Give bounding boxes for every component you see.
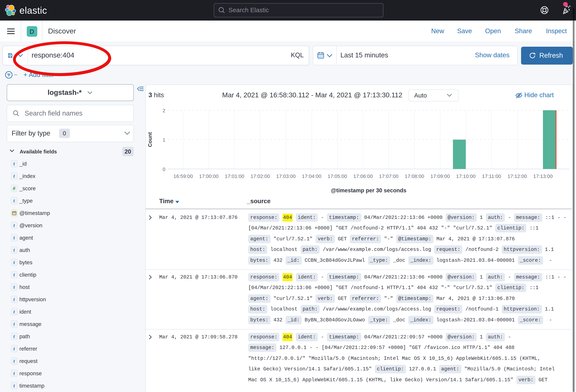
svg-text:17:05:00: 17:05:00 <box>328 173 347 179</box>
svg-text:17:08:00: 17:08:00 <box>405 173 424 179</box>
svg-text:17:06:00: 17:06:00 <box>353 173 373 179</box>
svg-text:17:02:00: 17:02:00 <box>251 173 270 179</box>
svg-text:17:10:00: 17:10:00 <box>456 173 476 179</box>
svg-text:17:12:00: 17:12:00 <box>508 173 527 179</box>
svg-text:17:01:00: 17:01:00 <box>225 173 244 179</box>
svg-text:17:11:00: 17:11:00 <box>482 173 501 179</box>
svg-text:17:00:00: 17:00:00 <box>199 173 219 179</box>
svg-text:Count: Count <box>147 132 153 147</box>
svg-text:17:03:00: 17:03:00 <box>276 173 296 179</box>
svg-text:17:04:00: 17:04:00 <box>302 173 321 179</box>
svg-text:17:13:00: 17:13:00 <box>533 173 553 179</box>
svg-text:17:09:00: 17:09:00 <box>431 173 450 179</box>
svg-text:2: 2 <box>163 108 165 113</box>
svg-text:1: 1 <box>163 137 165 143</box>
svg-text:17:07:00: 17:07:00 <box>379 173 399 179</box>
svg-text:16:59:00: 16:59:00 <box>173 173 193 179</box>
svg-text:@timestamp per 30 seconds: @timestamp per 30 seconds <box>331 187 406 194</box>
svg-text:0: 0 <box>163 167 165 172</box>
